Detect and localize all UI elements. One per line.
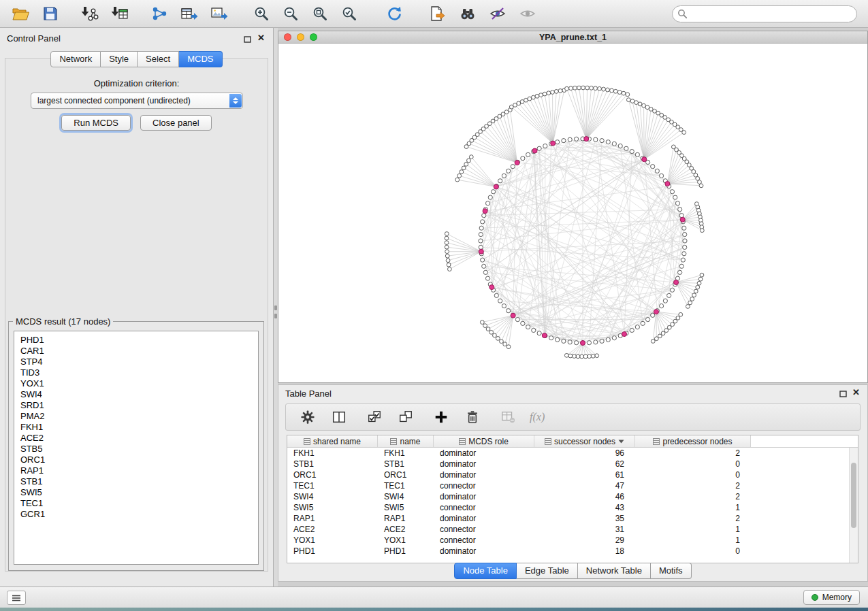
mcds-result-item[interactable]: STB5 [20, 444, 258, 455]
table-row[interactable]: TEC1TEC1connector472 [287, 480, 858, 491]
criterion-dropdown[interactable]: largest connected component (undirected) [31, 93, 243, 109]
show-columns-button[interactable] [327, 406, 351, 428]
table-cell: ORC1 [378, 469, 434, 480]
mcds-result-item[interactable]: CAR1 [20, 346, 258, 357]
mcds-result-item[interactable]: RAP1 [20, 465, 258, 476]
table-cell: SWI4 [287, 491, 378, 502]
table-scrollbar[interactable] [849, 448, 858, 563]
close-panel-button[interactable]: Close panel [140, 115, 212, 131]
column-header-mcds-role[interactable]: MCDS role [434, 435, 534, 447]
show-panels-button[interactable] [7, 591, 26, 605]
columns-icon [332, 410, 347, 425]
mcds-result-item[interactable]: PHD1 [20, 335, 258, 346]
splitter-grip[interactable] [274, 306, 277, 310]
column-header-name[interactable]: name [378, 435, 434, 447]
table-row[interactable]: SWI4SWI4dominator462 [287, 491, 858, 502]
mcds-result-item[interactable]: FKH1 [20, 422, 258, 433]
tab-motifs[interactable]: Motifs [651, 563, 692, 579]
table-row[interactable]: PHD1PHD1dominator180 [287, 546, 858, 557]
table-row[interactable]: STB1STB1dominator620 [287, 459, 858, 469]
zoom-fit-button[interactable] [308, 3, 332, 24]
zoom-selected-button[interactable] [337, 3, 361, 24]
trash-icon [465, 410, 480, 425]
search-input[interactable] [672, 5, 857, 22]
open-session-button[interactable] [8, 3, 33, 24]
table-row[interactable]: ORC1ORC1dominator610 [287, 469, 858, 480]
mcds-result-item[interactable]: TID3 [20, 367, 258, 378]
memory-status-dot [811, 594, 818, 601]
run-mcds-button[interactable]: Run MCDS [61, 115, 131, 131]
deselect-all-icon [398, 410, 414, 425]
column-header-predecessor-nodes[interactable]: predecessor nodes [635, 435, 751, 447]
table-cell: 0 [635, 546, 751, 557]
mcds-result-list[interactable]: PHD1CAR1STP4TID3YOX1SWI4SRD1PMA2FKH1ACE2… [14, 331, 259, 565]
search-network-button[interactable] [455, 3, 480, 24]
eye-slash-icon [489, 5, 507, 22]
column-header-shared-name[interactable]: shared name [287, 435, 378, 447]
export-image-button[interactable] [207, 3, 231, 24]
tab-mcds[interactable]: MCDS [179, 51, 222, 67]
deselect-all-button[interactable] [393, 406, 418, 428]
tab-select[interactable]: Select [138, 51, 179, 67]
import-network-button[interactable] [78, 3, 102, 24]
table-cell: 46 [534, 491, 635, 502]
float-table-panel-icon[interactable] [839, 389, 847, 399]
table-row[interactable]: ACE2ACE2connector311 [287, 524, 858, 535]
table-cell: 29 [534, 535, 635, 546]
mcds-result-item[interactable]: PMA2 [20, 411, 258, 422]
table-scrollbar-thumb[interactable] [851, 463, 856, 528]
table-cell: 1 [635, 502, 751, 513]
mcds-result-item[interactable]: GCR1 [20, 509, 258, 520]
network-canvas[interactable] [278, 44, 867, 382]
zoom-out-button[interactable] [278, 3, 303, 24]
show-graphics-button[interactable] [515, 3, 540, 24]
tab-network-table[interactable]: Network Table [578, 563, 651, 579]
column-header-label: MCDS role [468, 437, 509, 446]
import-table-button[interactable] [108, 3, 132, 24]
zoom-in-button[interactable] [249, 3, 274, 24]
network-window-titlebar[interactable]: YPA_prune.txt_1 [278, 31, 867, 44]
table-cell: SWI5 [378, 502, 434, 513]
save-session-button[interactable] [38, 3, 63, 24]
close-panel-icon[interactable]: ✕ [257, 34, 265, 42]
zoom-out-icon [283, 5, 299, 22]
new-network-button[interactable] [147, 3, 172, 24]
mcds-result-item[interactable]: TEC1 [20, 498, 258, 509]
table-row[interactable]: YOX1YOX1connector291 [287, 535, 858, 546]
float-panel-icon[interactable] [244, 35, 251, 45]
mcds-result-item[interactable]: SWI5 [20, 487, 258, 498]
export-table-button[interactable] [177, 3, 202, 24]
mcds-result-item[interactable]: ACE2 [20, 433, 258, 444]
column-header-successor-nodes[interactable]: successor nodes [534, 435, 635, 447]
table-cell: RAP1 [287, 513, 378, 524]
table-cell: ACE2 [378, 524, 434, 535]
add-column-button[interactable] [429, 406, 453, 428]
binoculars-icon [459, 5, 477, 22]
mcds-result-item[interactable]: STP4 [20, 357, 258, 367]
tab-network[interactable]: Network [50, 51, 101, 67]
desktop-background-strip [0, 608, 868, 611]
table-settings-button[interactable] [295, 406, 320, 428]
table-cell: 96 [534, 448, 635, 459]
delete-column-button[interactable] [460, 406, 485, 428]
table-row[interactable]: RAP1RAP1dominator352 [287, 513, 858, 524]
export-network-button[interactable] [425, 3, 450, 24]
tab-node-table[interactable]: Node Table [454, 563, 517, 579]
table-cell: dominator [434, 491, 534, 502]
table-row[interactable]: SWI5SWI5connector431 [287, 502, 858, 513]
mcds-result-item[interactable]: STB1 [20, 476, 258, 487]
tab-style[interactable]: Style [101, 51, 138, 67]
zoom-fit-icon [312, 5, 328, 22]
memory-button[interactable]: Memory [803, 590, 860, 605]
refresh-view-button[interactable] [382, 3, 406, 24]
mcds-result-item[interactable]: ORC1 [20, 455, 258, 465]
mcds-result-item[interactable]: YOX1 [20, 378, 258, 389]
close-table-panel-icon[interactable]: ✕ [852, 389, 860, 397]
mcds-result-item[interactable]: SWI4 [20, 389, 258, 400]
mcds-result-item[interactable]: SRD1 [20, 400, 258, 411]
table-row[interactable]: FKH1FKH1dominator962 [287, 448, 858, 459]
hide-graphics-button[interactable] [485, 3, 510, 24]
select-all-button[interactable] [362, 406, 387, 428]
tab-edge-table[interactable]: Edge Table [517, 563, 578, 579]
splitter-grip[interactable] [274, 314, 277, 318]
